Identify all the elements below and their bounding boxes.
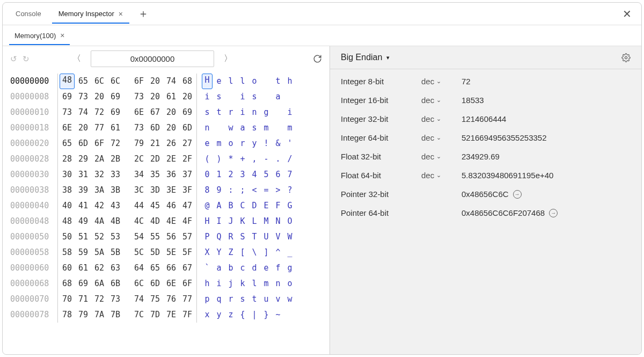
hex-byte[interactable]: 71: [75, 292, 91, 307]
hex-byte[interactable]: 6F: [179, 276, 195, 292]
hex-byte[interactable]: 76: [163, 292, 179, 307]
hex-byte[interactable]: 3E: [163, 183, 179, 198]
hex-byte[interactable]: 6C: [107, 74, 123, 89]
hex-byte[interactable]: 41: [75, 198, 91, 214]
ascii-char[interactable]: R: [225, 229, 237, 245]
address-input[interactable]: [91, 50, 214, 67]
hex-byte[interactable]: 68: [179, 74, 195, 89]
hex-byte[interactable]: 49: [75, 214, 91, 229]
ascii-char[interactable]: B: [225, 198, 237, 214]
hex-byte[interactable]: 6F: [131, 74, 147, 89]
ascii-char[interactable]: h: [284, 74, 296, 89]
value-format-select[interactable]: dec⌄: [421, 152, 462, 161]
hex-byte[interactable]: 20: [75, 120, 91, 136]
hex-byte[interactable]: 2C: [131, 151, 147, 167]
ascii-char[interactable]: o: [225, 136, 237, 151]
ascii-char[interactable]: H: [202, 74, 213, 89]
hex-byte[interactable]: 2D: [147, 151, 163, 167]
close-icon[interactable]: ×: [119, 10, 123, 18]
ascii-char[interactable]: [260, 74, 272, 89]
ascii-char[interactable]: S: [237, 229, 248, 245]
hex-byte[interactable]: 3F: [179, 183, 195, 198]
add-tab-button[interactable]: ＋: [131, 3, 155, 24]
hex-byte[interactable]: 59: [75, 245, 91, 260]
value-format-select[interactable]: dec⌄: [421, 133, 462, 142]
hex-byte[interactable]: 4B: [107, 214, 123, 229]
hex-byte[interactable]: 6D: [179, 120, 195, 136]
hex-byte[interactable]: 69: [59, 89, 75, 105]
hex-byte[interactable]: 78: [59, 307, 75, 323]
ascii-char[interactable]: r: [237, 136, 248, 151]
next-page-button[interactable]: 〉: [219, 51, 237, 67]
hex-byte[interactable]: 65: [147, 260, 163, 276]
hex-byte[interactable]: 5F: [179, 245, 195, 260]
tab-memory-inspector[interactable]: Memory Inspector ×: [50, 4, 131, 23]
ascii-char[interactable]: <: [248, 183, 260, 198]
hex-byte[interactable]: 73: [131, 120, 147, 136]
ascii-char[interactable]: l: [225, 74, 237, 89]
ascii-char[interactable]: t: [248, 292, 260, 307]
ascii-char[interactable]: r: [225, 292, 237, 307]
hex-byte[interactable]: 38: [59, 183, 75, 198]
ascii-char[interactable]: b: [225, 260, 237, 276]
ascii-char[interactable]: n: [248, 105, 260, 120]
hex-byte[interactable]: 72: [107, 136, 123, 151]
hex-byte[interactable]: 66: [163, 260, 179, 276]
hex-byte[interactable]: 20: [91, 89, 107, 105]
ascii-char[interactable]: s: [237, 292, 248, 307]
ascii-char[interactable]: m: [284, 120, 296, 136]
hex-byte[interactable]: 73: [75, 89, 91, 105]
ascii-char[interactable]: C: [237, 198, 248, 214]
ascii-char[interactable]: w: [225, 120, 237, 136]
hex-byte[interactable]: 5D: [147, 245, 163, 260]
ascii-char[interactable]: ;: [237, 183, 248, 198]
ascii-char[interactable]: V: [272, 229, 284, 245]
value-format-select[interactable]: dec⌄: [421, 77, 462, 86]
hex-byte[interactable]: 64: [131, 260, 147, 276]
ascii-char[interactable]: L: [248, 214, 260, 229]
ascii-char[interactable]: c: [237, 260, 248, 276]
hex-byte[interactable]: 69: [107, 89, 123, 105]
hex-byte[interactable]: 6D: [75, 136, 91, 151]
ascii-char[interactable]: \: [248, 245, 260, 260]
ascii-char[interactable]: [225, 89, 237, 105]
hex-byte[interactable]: 5C: [131, 245, 147, 260]
hex-byte[interactable]: 37: [179, 167, 195, 183]
jump-to-address-icon[interactable]: →: [513, 190, 522, 199]
ascii-char[interactable]: |: [248, 307, 260, 323]
ascii-char[interactable]: D: [248, 198, 260, 214]
hex-byte[interactable]: 34: [131, 167, 147, 183]
hex-byte[interactable]: 55: [147, 229, 163, 245]
endian-select[interactable]: Big Endian ▾: [341, 53, 390, 62]
ascii-char[interactable]: o: [284, 276, 296, 292]
hex-byte[interactable]: 56: [163, 229, 179, 245]
hex-byte[interactable]: 72: [91, 105, 107, 120]
ascii-char[interactable]: 8: [201, 183, 213, 198]
ascii-char[interactable]: a: [213, 260, 225, 276]
ascii-char[interactable]: k: [237, 276, 248, 292]
ascii-char[interactable]: `: [201, 260, 213, 276]
ascii-char[interactable]: m: [260, 120, 272, 136]
hex-byte[interactable]: 74: [163, 74, 179, 89]
ascii-char[interactable]: H: [201, 214, 213, 229]
hex-byte[interactable]: 48: [60, 74, 75, 89]
hex-byte[interactable]: 33: [107, 167, 123, 183]
hex-byte[interactable]: 4C: [131, 214, 147, 229]
hex-byte[interactable]: 43: [107, 198, 123, 214]
ascii-char[interactable]: >: [272, 183, 284, 198]
hex-byte[interactable]: 6C: [91, 74, 107, 89]
hex-byte[interactable]: 28: [59, 151, 75, 167]
ascii-char[interactable]: W: [284, 229, 296, 245]
ascii-char[interactable]: :: [225, 183, 237, 198]
ascii-char[interactable]: 5: [260, 167, 272, 183]
hex-byte[interactable]: 52: [91, 229, 107, 245]
ascii-char[interactable]: o: [248, 74, 260, 89]
hex-byte[interactable]: 6D: [147, 276, 163, 292]
ascii-char[interactable]: T: [248, 229, 260, 245]
hex-byte[interactable]: 69: [75, 276, 91, 292]
hex-byte[interactable]: 2F: [179, 151, 195, 167]
hex-byte[interactable]: 73: [107, 292, 123, 307]
hex-byte[interactable]: 7C: [131, 307, 147, 323]
hex-byte[interactable]: 57: [179, 229, 195, 245]
hex-byte[interactable]: 77: [179, 292, 195, 307]
